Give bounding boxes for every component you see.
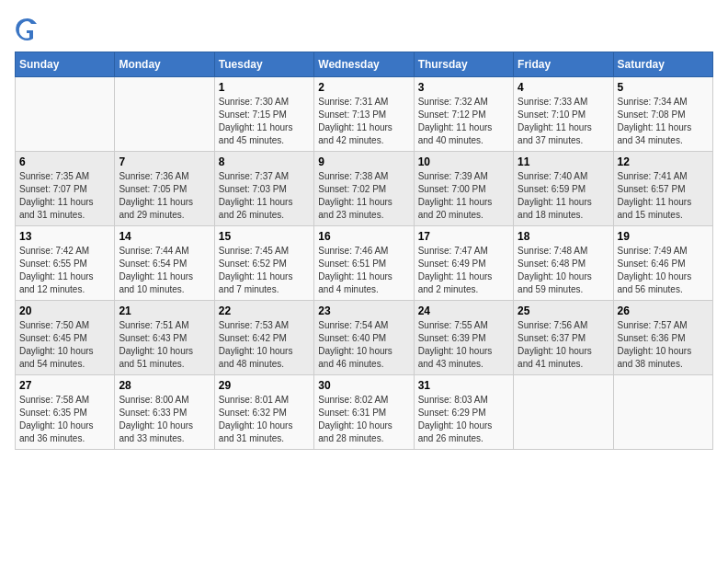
sunset-text: Sunset: 6:49 PM	[418, 259, 486, 269]
calendar-cell: 26 Sunrise: 7:57 AM Sunset: 6:36 PM Dayl…	[613, 301, 712, 375]
day-number: 7	[119, 155, 210, 168]
day-number: 8	[219, 155, 310, 168]
daylight-text: Daylight: 10 hours and 43 minutes.	[418, 346, 493, 369]
sunset-text: Sunset: 6:39 PM	[418, 333, 486, 343]
sunrise-text: Sunrise: 7:32 AM	[418, 97, 488, 107]
daylight-text: Daylight: 11 hours and 45 minutes.	[219, 122, 293, 145]
day-info: Sunrise: 7:33 AM Sunset: 7:10 PM Dayligh…	[518, 96, 609, 147]
calendar-cell: 19 Sunrise: 7:49 AM Sunset: 6:46 PM Dayl…	[613, 226, 712, 301]
day-info: Sunrise: 8:00 AM Sunset: 6:33 PM Dayligh…	[119, 394, 210, 445]
day-number: 17	[418, 230, 509, 243]
calendar-cell: 13 Sunrise: 7:42 AM Sunset: 6:55 PM Dayl…	[16, 226, 115, 301]
sunset-text: Sunset: 6:43 PM	[119, 333, 187, 343]
day-number: 14	[119, 230, 210, 243]
calendar-header-row: SundayMondayTuesdayWednesdayThursdayFrid…	[16, 52, 713, 77]
day-info: Sunrise: 7:37 AM Sunset: 7:03 PM Dayligh…	[219, 170, 310, 222]
calendar-cell: 16 Sunrise: 7:46 AM Sunset: 6:51 PM Dayl…	[314, 226, 414, 301]
sunrise-text: Sunrise: 8:00 AM	[119, 395, 188, 405]
daylight-text: Daylight: 11 hours and 42 minutes.	[318, 122, 392, 145]
daylight-text: Daylight: 11 hours and 40 minutes.	[418, 122, 493, 145]
daylight-text: Daylight: 10 hours and 54 minutes.	[19, 346, 94, 369]
calendar-cell: 24 Sunrise: 7:55 AM Sunset: 6:39 PM Dayl…	[414, 301, 513, 375]
day-number: 28	[119, 379, 210, 392]
day-number: 1	[219, 81, 310, 94]
day-info: Sunrise: 7:35 AM Sunset: 7:07 PM Dayligh…	[19, 170, 110, 222]
sunset-text: Sunset: 6:37 PM	[518, 333, 586, 343]
daylight-text: Daylight: 11 hours and 31 minutes.	[19, 197, 94, 220]
sunset-text: Sunset: 6:52 PM	[219, 259, 287, 269]
sunrise-text: Sunrise: 7:56 AM	[518, 320, 587, 330]
sunrise-text: Sunrise: 7:49 AM	[618, 246, 688, 256]
sunset-text: Sunset: 6:48 PM	[518, 259, 586, 269]
sunset-text: Sunset: 6:32 PM	[219, 408, 287, 418]
day-number: 9	[318, 155, 409, 168]
sunset-text: Sunset: 6:35 PM	[19, 408, 87, 418]
sunrise-text: Sunrise: 7:53 AM	[219, 320, 289, 330]
daylight-text: Daylight: 10 hours and 38 minutes.	[618, 346, 692, 369]
day-info: Sunrise: 7:31 AM Sunset: 7:13 PM Dayligh…	[318, 96, 409, 147]
day-info: Sunrise: 7:56 AM Sunset: 6:37 PM Dayligh…	[518, 319, 609, 371]
logo-icon	[15, 15, 40, 40]
daylight-text: Daylight: 10 hours and 51 minutes.	[119, 346, 193, 369]
day-info: Sunrise: 7:54 AM Sunset: 6:40 PM Dayligh…	[318, 319, 409, 371]
page-header	[15, 15, 713, 40]
sunrise-text: Sunrise: 8:02 AM	[318, 395, 388, 405]
day-number: 18	[518, 230, 609, 243]
calendar-cell: 22 Sunrise: 7:53 AM Sunset: 6:42 PM Dayl…	[214, 301, 313, 375]
daylight-text: Daylight: 11 hours and 26 minutes.	[219, 197, 293, 220]
day-info: Sunrise: 7:47 AM Sunset: 6:49 PM Dayligh…	[418, 245, 509, 296]
day-number: 23	[318, 304, 409, 317]
sunrise-text: Sunrise: 7:51 AM	[119, 320, 188, 330]
sunset-text: Sunset: 6:42 PM	[219, 333, 287, 343]
sunset-text: Sunset: 6:45 PM	[19, 333, 87, 343]
day-info: Sunrise: 7:32 AM Sunset: 7:12 PM Dayligh…	[418, 96, 509, 147]
day-info: Sunrise: 7:39 AM Sunset: 7:00 PM Dayligh…	[418, 170, 509, 222]
daylight-text: Daylight: 11 hours and 23 minutes.	[318, 197, 392, 220]
calendar-cell: 31 Sunrise: 8:03 AM Sunset: 6:29 PM Dayl…	[414, 375, 513, 450]
day-info: Sunrise: 7:55 AM Sunset: 6:39 PM Dayligh…	[418, 319, 509, 371]
sunrise-text: Sunrise: 7:39 AM	[418, 171, 488, 181]
sunrise-text: Sunrise: 7:45 AM	[219, 246, 289, 256]
sunrise-text: Sunrise: 7:34 AM	[618, 97, 688, 107]
calendar-cell	[514, 375, 613, 450]
daylight-text: Daylight: 10 hours and 46 minutes.	[318, 346, 392, 369]
sunrise-text: Sunrise: 7:36 AM	[119, 171, 188, 181]
sunrise-text: Sunrise: 8:03 AM	[418, 395, 488, 405]
day-number: 13	[19, 230, 110, 243]
calendar-week-row: 1 Sunrise: 7:30 AM Sunset: 7:15 PM Dayli…	[16, 77, 713, 152]
day-number: 20	[19, 304, 110, 317]
sunset-text: Sunset: 6:46 PM	[618, 259, 686, 269]
sunset-text: Sunset: 7:12 PM	[418, 109, 486, 120]
sunrise-text: Sunrise: 8:01 AM	[219, 395, 289, 405]
day-number: 26	[618, 304, 709, 317]
daylight-text: Daylight: 11 hours and 10 minutes.	[119, 271, 193, 294]
day-number: 27	[19, 379, 110, 392]
sunrise-text: Sunrise: 7:57 AM	[618, 320, 688, 330]
calendar-cell: 21 Sunrise: 7:51 AM Sunset: 6:43 PM Dayl…	[115, 301, 214, 375]
day-number: 29	[219, 379, 310, 392]
day-header-sunday: Sunday	[16, 52, 115, 77]
day-number: 6	[19, 155, 110, 168]
calendar-week-row: 13 Sunrise: 7:42 AM Sunset: 6:55 PM Dayl…	[16, 226, 713, 301]
sunrise-text: Sunrise: 7:54 AM	[318, 320, 388, 330]
daylight-text: Daylight: 10 hours and 28 minutes.	[318, 420, 392, 443]
sunset-text: Sunset: 7:02 PM	[318, 184, 386, 194]
sunset-text: Sunset: 6:29 PM	[418, 408, 486, 418]
sunset-text: Sunset: 6:57 PM	[618, 184, 686, 194]
calendar-cell	[613, 375, 712, 450]
day-number: 16	[318, 230, 409, 243]
daylight-text: Daylight: 10 hours and 48 minutes.	[219, 346, 293, 369]
daylight-text: Daylight: 10 hours and 33 minutes.	[119, 420, 193, 443]
calendar-cell: 25 Sunrise: 7:56 AM Sunset: 6:37 PM Dayl…	[514, 301, 613, 375]
calendar-cell: 5 Sunrise: 7:34 AM Sunset: 7:08 PM Dayli…	[613, 77, 712, 152]
calendar-cell: 18 Sunrise: 7:48 AM Sunset: 6:48 PM Dayl…	[514, 226, 613, 301]
day-number: 22	[219, 304, 310, 317]
calendar-cell: 10 Sunrise: 7:39 AM Sunset: 7:00 PM Dayl…	[414, 152, 513, 226]
daylight-text: Daylight: 10 hours and 56 minutes.	[618, 271, 692, 294]
calendar-cell: 4 Sunrise: 7:33 AM Sunset: 7:10 PM Dayli…	[514, 77, 613, 152]
daylight-text: Daylight: 11 hours and 4 minutes.	[318, 271, 392, 294]
sunset-text: Sunset: 7:07 PM	[19, 184, 87, 194]
day-info: Sunrise: 7:50 AM Sunset: 6:45 PM Dayligh…	[19, 319, 110, 371]
day-header-friday: Friday	[514, 52, 613, 77]
calendar-cell: 28 Sunrise: 8:00 AM Sunset: 6:33 PM Dayl…	[115, 375, 214, 450]
